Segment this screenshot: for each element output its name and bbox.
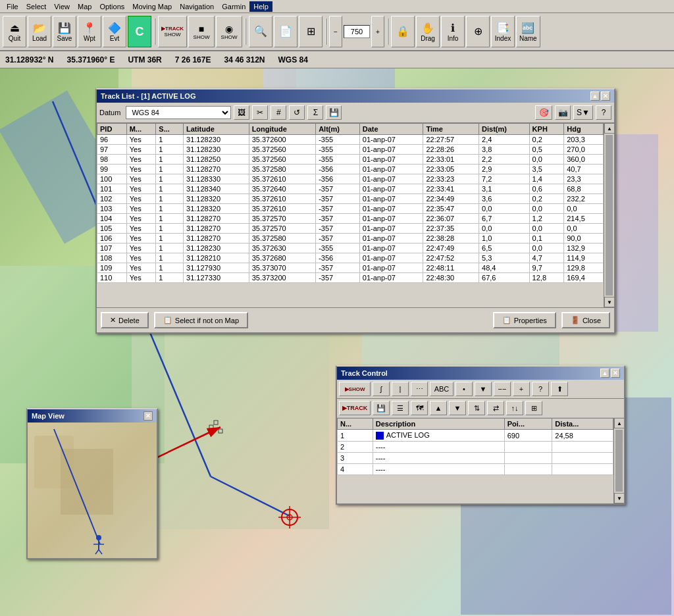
tc-scroll-thumb[interactable]: [615, 430, 623, 492]
tc-dot-btn[interactable]: •: [455, 382, 473, 396]
tc-abc-btn[interactable]: ABC: [430, 382, 454, 396]
menu-view[interactable]: View: [50, 1, 74, 12]
track-control-titlebar[interactable]: Track Control ▲ ✕: [337, 367, 624, 380]
evt-button[interactable]: 🔷 Evt: [103, 16, 126, 47]
menu-file[interactable]: File: [3, 1, 22, 12]
tc-map-btn[interactable]: 🗺: [411, 401, 428, 415]
menu-map[interactable]: Map: [74, 1, 95, 12]
target-btn[interactable]: 🎯: [535, 105, 552, 120]
lock-button[interactable]: 🔒: [391, 16, 415, 47]
tc-updown-btn[interactable]: ⇅: [468, 401, 485, 415]
tc-upload-btn[interactable]: ⬆: [551, 382, 568, 396]
scroll-thumb[interactable]: [606, 135, 613, 295]
tc-scrollbar[interactable]: ▲ ▼: [613, 418, 624, 503]
drag-button[interactable]: ✋ Drag: [416, 16, 440, 47]
info-button[interactable]: ℹ Info: [441, 16, 465, 47]
table-row[interactable]: 101Yes131.12834035.372640-35701-anp-0722…: [97, 184, 604, 194]
scroll-down[interactable]: ▼: [604, 297, 615, 307]
zoom-input[interactable]: [344, 25, 370, 38]
scissors-btn[interactable]: ✂: [252, 105, 268, 120]
tc-list-btn[interactable]: ☰: [392, 401, 409, 415]
tc-connect-btn[interactable]: ⇄: [487, 401, 504, 415]
s-dropdown-btn[interactable]: S▼: [573, 105, 593, 120]
select-if-not-on-map-button[interactable]: 📋 Select if not on Map: [154, 312, 248, 328]
track-show-button[interactable]: ▶TRACK SHOW: [158, 16, 187, 47]
delete-button[interactable]: ✕ Delete: [101, 312, 149, 328]
tc-minimize-button[interactable]: ▲: [600, 369, 609, 378]
tc-curve-btn[interactable]: ∫: [373, 382, 390, 396]
table-row[interactable]: 102Yes131.12832035.372610-35701-anp-0722…: [97, 194, 604, 204]
c-button[interactable]: C: [128, 16, 151, 47]
table-row[interactable]: 103Yes131.12832035.372610-35701-anp-0722…: [97, 204, 604, 214]
crosshair-button[interactable]: ⊕: [466, 16, 490, 47]
menu-select[interactable]: Select: [22, 1, 51, 12]
tc-dots-btn[interactable]: ⋯: [411, 382, 428, 396]
tc-sort-btn[interactable]: ↑↓: [506, 401, 523, 415]
tc-table-scroll[interactable]: N... Description Poi... Dista... 1ACTIVE…: [337, 418, 613, 503]
tc-show-btn[interactable]: ▶SHOW: [339, 382, 371, 396]
close-track-list-button[interactable]: 🚪 Close: [561, 312, 610, 328]
menu-garmin[interactable]: Garmin: [218, 1, 249, 12]
tc-close-button[interactable]: ✕: [611, 369, 620, 378]
track-table-scroll[interactable]: PID M... S... Latitude Longitude Alt(m) …: [97, 123, 604, 307]
hash-btn[interactable]: #: [271, 105, 286, 120]
table-row[interactable]: 106Yes131.12827035.372580-35701-anp-0722…: [97, 234, 604, 244]
menu-help[interactable]: Help: [249, 1, 272, 12]
list-item[interactable]: 2----: [338, 442, 613, 453]
copy-button[interactable]: 📄: [274, 16, 298, 47]
camera-btn[interactable]: 📷: [555, 105, 571, 120]
image-btn[interactable]: 🖼: [234, 105, 249, 120]
tc-scroll-down[interactable]: ▼: [614, 493, 625, 503]
table-row[interactable]: 96Yes131.12823035.372600-35501-anp-0722:…: [97, 135, 604, 145]
table-row[interactable]: 110Yes131.12733035.373200-35701-anp-0722…: [97, 273, 604, 283]
save-button[interactable]: 💾 Save: [53, 16, 76, 47]
search-button[interactable]: 🔍: [249, 16, 272, 47]
map-view-close[interactable]: ✕: [143, 411, 153, 421]
scroll-up[interactable]: ▲: [604, 123, 615, 134]
tc-dash-btn[interactable]: −−: [494, 382, 511, 396]
list-item[interactable]: 4----: [338, 464, 613, 475]
table-row[interactable]: 108Yes131.12821035.372680-35601-anp-0722…: [97, 253, 604, 263]
menu-navigation[interactable]: Navigation: [176, 1, 218, 12]
tc-scroll-up[interactable]: ▲: [614, 418, 625, 428]
zoom-minus-button[interactable]: −: [329, 16, 342, 47]
tc-save2-btn[interactable]: 💾: [373, 401, 390, 415]
save-btn[interactable]: 💾: [326, 105, 342, 120]
name-button[interactable]: 🔤 Name: [516, 16, 540, 47]
map-view-titlebar[interactable]: Map View ✕: [28, 409, 157, 423]
show-button-2[interactable]: ◉ SHOW: [216, 16, 242, 47]
index-button[interactable]: 📑 Index: [491, 16, 515, 47]
tc-arrow-btn[interactable]: ▼: [475, 382, 492, 396]
minimize-button[interactable]: ▲: [590, 91, 600, 101]
tc-plus-btn[interactable]: +: [513, 382, 530, 396]
tc-line-btn[interactable]: |: [392, 382, 409, 396]
properties-button[interactable]: 📋 Properties: [493, 312, 556, 328]
close-button[interactable]: ✕: [601, 91, 610, 101]
load-button[interactable]: 📂 Load: [28, 16, 51, 47]
track-list-titlebar[interactable]: Track List - [1] ACTIVE LOG ▲ ✕: [97, 90, 614, 103]
datum-select[interactable]: WGS 84: [126, 106, 231, 119]
refresh-btn[interactable]: ↺: [289, 105, 305, 120]
menu-options[interactable]: Options: [95, 1, 128, 12]
sigma-btn[interactable]: Σ: [307, 105, 323, 120]
tc-question-btn[interactable]: ?: [532, 382, 549, 396]
table-scrollbar[interactable]: ▲ ▼: [604, 123, 614, 307]
table-row[interactable]: 107Yes131.12823035.372630-35501-anp-0722…: [97, 244, 604, 253]
zoom-plus-button[interactable]: +: [371, 16, 384, 47]
show-button-1[interactable]: ■ SHOW: [188, 16, 215, 47]
table-row[interactable]: 97Yes131.12823035.372560-35501-anp-0722:…: [97, 145, 604, 155]
table-row[interactable]: 99Yes131.12827035.372580-35601-anp-0722:…: [97, 165, 604, 174]
list-item[interactable]: 3----: [338, 453, 613, 464]
wpt-button[interactable]: 📍 Wpt: [78, 16, 101, 47]
tc-filter-btn[interactable]: ⊞: [525, 401, 542, 415]
help-btn[interactable]: ?: [596, 105, 611, 120]
menu-moving-map[interactable]: Moving Map: [128, 1, 176, 12]
grid-button[interactable]: ⊞: [299, 16, 323, 47]
tc-up-btn[interactable]: ▲: [430, 401, 447, 415]
table-row[interactable]: 98Yes131.12825035.372560-35501-anp-0722:…: [97, 155, 604, 165]
table-row[interactable]: 100Yes131.12833035.372610-35601-anp-0722…: [97, 174, 604, 184]
quit-button[interactable]: ⏏ Quit: [3, 16, 26, 47]
list-item[interactable]: 1ACTIVE LOG69024,58: [338, 430, 613, 442]
tc-down-btn[interactable]: ▼: [449, 401, 466, 415]
table-row[interactable]: 109Yes131.12793035.373070-35701-anp-0722…: [97, 263, 604, 273]
